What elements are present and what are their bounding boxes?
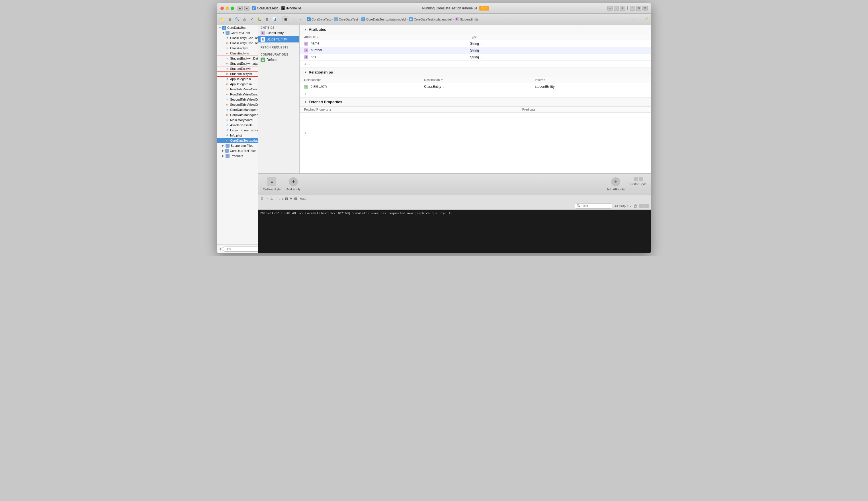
sidebar-infoplist[interactable]: P Info.plist bbox=[217, 133, 258, 138]
debug-btn-7[interactable]: ⊡ bbox=[285, 196, 288, 201]
attr-type-select-name[interactable]: String ⌄ bbox=[470, 42, 591, 46]
entity-studententity[interactable]: E StudentEntity bbox=[258, 36, 299, 42]
sidebar-root-item[interactable]: ▼ X CoreDataTest bbox=[217, 25, 258, 30]
clear-console-btn[interactable]: 🗑 bbox=[633, 204, 637, 208]
device-icon: 📱 bbox=[281, 6, 285, 10]
sidebar-studententity-m[interactable]: m StudentEntity.m bbox=[217, 71, 258, 76]
toolbar-debug-btn[interactable]: 🐛 bbox=[256, 16, 263, 22]
outline-style-button[interactable]: ≡ Outline Style bbox=[263, 177, 281, 191]
sidebar-studententity-ataprops-m[interactable]: m StudentEntity+...ataProperties.m bbox=[217, 61, 258, 66]
debug-btn-4[interactable]: ↑ bbox=[275, 196, 276, 201]
running-label: Running CoreDataTest on iPhone 6s bbox=[422, 6, 477, 10]
sidebar-main-storyboard[interactable]: S Main.storyboard bbox=[217, 117, 258, 122]
debug-btn-3[interactable]: ⊥ bbox=[270, 196, 273, 201]
maximize-button[interactable] bbox=[231, 7, 234, 10]
sidebar-studententity-h[interactable]: h StudentEntity.h bbox=[217, 66, 258, 71]
debug-filter-input[interactable] bbox=[582, 204, 610, 207]
sidebar-classent-m[interactable]: m ClassEntity.m bbox=[217, 51, 258, 56]
sidebar-roottvc-h[interactable]: h RootTableViewController.h bbox=[217, 87, 258, 92]
navigator-folder-btn[interactable]: 📁 bbox=[219, 16, 226, 22]
fetched-remove-btn[interactable]: − bbox=[308, 131, 310, 135]
console-view-1[interactable] bbox=[639, 204, 644, 208]
sidebar-appdelegate-m[interactable]: m AppDelegate.m bbox=[217, 82, 258, 87]
add-entity-button[interactable]: + Add Entity bbox=[286, 177, 300, 191]
nav-next-btn[interactable]: › bbox=[638, 16, 644, 22]
sidebar-supporting-files[interactable]: ▶ Supporting Files bbox=[217, 143, 258, 148]
attr-type-select-number[interactable]: String ⌄ bbox=[470, 49, 591, 52]
sidebar-products[interactable]: ▶ Products bbox=[217, 153, 258, 158]
debug-btn-6[interactable]: ↕ bbox=[282, 196, 283, 201]
rel-dest-select[interactable]: ClassEntity ⌄ bbox=[424, 85, 526, 89]
attr-type-select-sex[interactable]: String ⌄ bbox=[470, 55, 591, 59]
scheme-stop-button[interactable]: ■ bbox=[244, 6, 250, 11]
file-h-icon: h bbox=[226, 87, 229, 91]
utilities-toggle[interactable]: ⊞ bbox=[642, 6, 648, 11]
editor-version-button[interactable]: ⊕ bbox=[620, 6, 625, 11]
breadcrumb-student-entity[interactable]: E StudentEntity bbox=[455, 18, 479, 21]
navigator-toggle[interactable]: ☰ bbox=[630, 6, 635, 11]
attr-add-btn[interactable]: + bbox=[304, 62, 306, 66]
attributes-section-header[interactable]: ▼ Attributes bbox=[299, 25, 651, 34]
toolbar-breakpoint-btn[interactable]: ⊕ bbox=[264, 16, 270, 22]
scheme-run-button[interactable]: ▶ bbox=[238, 6, 243, 11]
sidebar-assets[interactable]: A Assets.xcassets bbox=[217, 122, 258, 128]
sidebar-filter-input[interactable] bbox=[223, 246, 258, 252]
add-icon[interactable]: + bbox=[219, 247, 222, 251]
sidebar-coredatatests[interactable]: ▶ CoreDataTestTests bbox=[217, 148, 258, 153]
warning-badge[interactable]: ⚠ 1 bbox=[479, 6, 489, 11]
sidebar-classent-h[interactable]: h ClassEntity.h bbox=[217, 46, 258, 51]
sidebar-appdelegate-h[interactable]: h AppDelegate.h bbox=[217, 76, 258, 82]
debug-btn-1[interactable]: ⊞ bbox=[261, 196, 263, 201]
editor-standard-button[interactable]: ≡ bbox=[607, 6, 613, 11]
debug-btn-2[interactable]: → bbox=[265, 196, 268, 201]
breadcrumb-coredata-2[interactable]: CoreDataTest bbox=[334, 18, 358, 21]
sidebar-coredatamgr-h[interactable]: h CoreDataManager.h bbox=[217, 107, 258, 112]
breadcrumb-sep-3: › bbox=[359, 18, 360, 21]
configuration-default[interactable]: C Default bbox=[258, 57, 299, 63]
rel-inverse-select[interactable]: studentEntity ⌄ bbox=[535, 85, 646, 89]
attributes-section: ▼ Attributes Attribute ▲ Type bbox=[299, 25, 651, 67]
rel-col-inverse: Inverse bbox=[530, 77, 651, 83]
add-attribute-button[interactable]: + Add Attribute bbox=[607, 177, 625, 191]
console-view-2[interactable] bbox=[644, 204, 649, 208]
fetched-section-header[interactable]: ▼ Fetched Properties bbox=[299, 97, 651, 107]
add-entity-label: Add Entity bbox=[286, 188, 300, 191]
minimize-button[interactable] bbox=[226, 7, 229, 10]
sidebar-xcdatamodeld[interactable]: D CoreDataTest.xcdatamodeld bbox=[217, 138, 258, 143]
sidebar-studententity-dataprops-h[interactable]: h StudentEntity+...DataProperties.h bbox=[217, 56, 258, 61]
sidebar-roottvc-m[interactable]: m RootTableViewController.m bbox=[217, 92, 258, 97]
breadcrumb-xcdatamodel[interactable]: D CoreDataTest.xcdatamodel bbox=[409, 18, 452, 21]
rel-add-btn[interactable]: + bbox=[304, 92, 306, 96]
attr-remove-btn[interactable]: − bbox=[308, 62, 310, 66]
editor-style-button[interactable]: Editor Style bbox=[630, 177, 646, 191]
toolbar-structure-btn[interactable]: ⊞ bbox=[227, 16, 233, 22]
sidebar-secondtvc-h[interactable]: h SecondTableViewController.h bbox=[217, 97, 258, 102]
grid-view-toggle[interactable]: ⊞ bbox=[282, 17, 289, 22]
sidebar-classent-prop-h[interactable]: h ClassEntity+Cor...ataProperties.h bbox=[217, 35, 258, 41]
sidebar-group-coredatatest[interactable]: ▼ CoreDataTest bbox=[217, 30, 258, 35]
breadcrumb-xcdatamodeld[interactable]: D CoreDataTest.xcdatamodeld bbox=[361, 18, 406, 21]
nav-prev-btn[interactable]: ‹ bbox=[630, 16, 637, 22]
toolbar-search-btn[interactable]: 🔍 bbox=[234, 16, 240, 22]
debug-btn-8[interactable]: ✈ bbox=[289, 196, 293, 201]
rel-dest-value: ClassEntity bbox=[424, 85, 441, 89]
toolbar-report-btn[interactable]: 📊 bbox=[271, 16, 277, 22]
debug-toggle[interactable]: ⊟ bbox=[636, 6, 641, 11]
relationships-section-header[interactable]: ▼ Relationships bbox=[299, 68, 651, 77]
sidebar-classent-prop-m[interactable]: m ClassEntity+Cor...ataProperties.m bbox=[217, 41, 258, 46]
toolbar-warning-btn[interactable]: ⚠ bbox=[241, 16, 248, 22]
debug-btn-5[interactable]: ↓ bbox=[278, 196, 280, 201]
editor-assistant-button[interactable]: ↕ bbox=[614, 6, 619, 11]
close-button[interactable] bbox=[220, 7, 224, 10]
breadcrumb-coredata-1[interactable]: X CoreDataTest bbox=[307, 18, 331, 21]
entity-classent[interactable]: E ClassEntity bbox=[258, 30, 299, 36]
nav-forward-btn[interactable]: › bbox=[297, 16, 303, 22]
toolbar-test-btn[interactable]: ✓ bbox=[249, 16, 255, 22]
sidebar-secondtvc-m[interactable]: m SecondTableViewController.m bbox=[217, 102, 258, 107]
sidebar-coredatamgr-m[interactable]: m CoreDataManager.m bbox=[217, 112, 258, 117]
debug-filter-field[interactable]: 🔍 bbox=[574, 203, 613, 209]
fetched-add-btn[interactable]: + bbox=[304, 131, 306, 135]
all-output-control[interactable]: All Output ⌄ bbox=[615, 204, 631, 208]
nav-back-btn[interactable]: ‹ bbox=[290, 16, 296, 22]
sidebar-launchscreen[interactable]: S LaunchScreen.storyboard bbox=[217, 128, 258, 133]
